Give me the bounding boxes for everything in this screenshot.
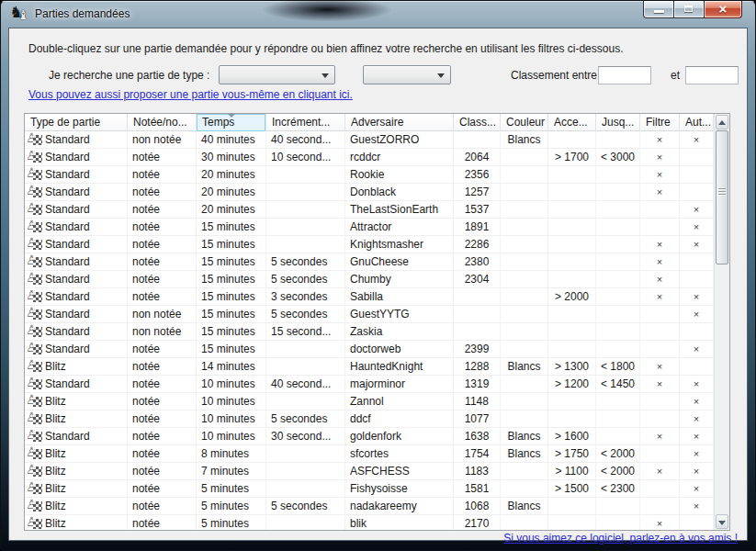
cell-rating: 1257 — [454, 184, 501, 201]
cell-increment — [266, 201, 345, 219]
cell-rated: notée — [128, 480, 197, 498]
chess-game-icon: ♙ — [28, 447, 43, 460]
x-mark-icon: × — [694, 413, 699, 424]
cell-rating-max — [596, 515, 640, 530]
table-row[interactable]: ♙Blitznotée5 minutes5 secondesnadakareem… — [25, 498, 714, 515]
rating-max-input[interactable] — [685, 66, 739, 84]
maximize-button[interactable] — [674, 1, 705, 18]
title-bar[interactable]: ♞♝ Parties demandées × — [1, 1, 755, 28]
cell-time: 5 minutes — [197, 480, 266, 498]
cell-type: ♙Blitz — [25, 358, 128, 376]
column-header-auto[interactable]: Aut... — [680, 114, 714, 131]
table-row[interactable]: ♙Standardnon notée40 minutes40 second...… — [25, 131, 714, 149]
cell-rating-max — [596, 271, 640, 288]
table-row[interactable]: ♙Standardnotée15 minutes5 secondesGnuChe… — [25, 253, 714, 271]
table-row[interactable]: ♙Blitznotée8 minutessfcortes1754Blancs> … — [25, 445, 714, 463]
chess-game-icon: ♙ — [28, 168, 43, 181]
cell-auto: × — [680, 376, 714, 393]
rating-between-label: Classement entre — [511, 69, 597, 82]
cell-opponent: GuestYYTG — [345, 306, 454, 323]
table-row[interactable]: ♙Standardnotée15 minutesdoctorweb2399× — [25, 341, 714, 358]
column-header-filter[interactable]: Filtre — [640, 114, 680, 131]
grip-lines-icon — [718, 188, 726, 196]
column-header-rated[interactable]: Notée/no... — [128, 114, 197, 131]
share-link[interactable]: Si vous aimez ce logiciel, parlez-en à v… — [503, 532, 738, 545]
parties-demandees-window: ♞♝ Parties demandées × Double-cliquez su… — [0, 0, 756, 551]
cell-auto: × — [680, 428, 714, 445]
vertical-scrollbar[interactable] — [714, 114, 729, 530]
table-row[interactable]: ♙Standardnotée20 minutesRookie2356× — [25, 166, 714, 184]
triangle-down-icon — [718, 521, 726, 525]
cell-rated: non notée — [128, 323, 197, 341]
table-row[interactable]: ♙Standardnotée20 minutesTheLastSionEarth… — [25, 201, 714, 219]
column-header-rating-max[interactable]: Jusq... — [596, 114, 640, 131]
x-mark-icon: × — [694, 291, 699, 302]
cell-opponent: rcddcr — [345, 149, 454, 166]
chevron-down-icon — [437, 73, 445, 82]
x-mark-icon: × — [694, 378, 699, 389]
cell-auto — [680, 515, 714, 530]
column-header-color[interactable]: Couleur — [501, 114, 548, 131]
table-row[interactable]: ♙Standardnotée15 minutesAttractor1891× — [25, 219, 714, 236]
cell-rating-max — [596, 201, 640, 219]
table-row[interactable]: ♙Blitznotée10 minutes5 secondesddcf1077× — [25, 410, 714, 428]
column-header-increment[interactable]: Incrément... — [266, 114, 345, 131]
rating-min-input[interactable] — [598, 66, 651, 84]
column-header-opponent[interactable]: Adversaire — [345, 114, 454, 131]
table-row[interactable]: ♙Blitznotée5 minutesFishysoisse1581> 150… — [25, 480, 714, 498]
table-body: ♙Standardnon notée40 minutes40 second...… — [25, 131, 714, 530]
column-header-rating-min[interactable]: Acce... — [548, 114, 596, 131]
table-row[interactable]: ♙Standardnotée30 minutes10 second...rcdd… — [25, 149, 714, 166]
x-mark-icon: × — [694, 343, 699, 354]
table-row[interactable]: ♙Blitznotée7 minutesASFCHESS1183> 1100< … — [25, 463, 714, 480]
table-row[interactable]: ♙Blitznotée10 minutesZannol1148× — [25, 393, 714, 410]
game-type-select[interactable] — [219, 65, 335, 84]
column-header-rating[interactable]: Class... — [454, 114, 501, 131]
cell-filter: × — [640, 253, 680, 271]
minimize-button[interactable] — [643, 1, 674, 18]
cell-time: 15 minutes — [197, 219, 266, 236]
cell-increment: 5 secondes — [266, 271, 345, 288]
chess-game-icon: ♙ — [28, 517, 43, 530]
table-row[interactable]: ♙Standardnotée10 minutes30 second...gold… — [25, 428, 714, 445]
scroll-down-button[interactable] — [716, 514, 728, 529]
chess-game-icon: ♙ — [28, 395, 43, 408]
cell-rating-max — [596, 131, 640, 149]
cell-rating-max: < 2000 — [596, 463, 640, 480]
table-row[interactable]: ♙Standardnon notée15 minutes15 second...… — [25, 323, 714, 341]
table-row[interactable]: ♙Blitznotée5 minutesblik2170× — [25, 515, 714, 530]
cell-rating — [454, 288, 501, 306]
cell-time: 20 minutes — [197, 184, 266, 201]
scroll-up-button[interactable] — [716, 115, 728, 129]
table-row[interactable]: ♙Standardnon notée15 minutes5 secondesGu… — [25, 306, 714, 323]
column-header-time[interactable]: Temps — [197, 114, 266, 131]
cell-time: 5 minutes — [197, 498, 266, 515]
cell-filter — [640, 219, 680, 236]
close-button[interactable]: × — [705, 1, 742, 18]
cell-increment — [266, 166, 345, 184]
table-row[interactable]: ♙Blitznotée14 minutesHauntedKnight1288Bl… — [25, 358, 714, 376]
cell-auto — [680, 323, 714, 341]
scrollbar-thumb[interactable] — [716, 130, 728, 264]
cell-rating — [454, 323, 501, 341]
cell-color — [501, 149, 548, 166]
cell-auto: × — [680, 341, 714, 358]
table-row[interactable]: ♙Standardnotée15 minutes3 secondesSabill… — [25, 288, 714, 306]
table-row[interactable]: ♙Standardnotée10 minutes40 second...majo… — [25, 376, 714, 393]
cell-type: ♙Standard — [25, 341, 128, 358]
table-row[interactable]: ♙Standardnotée15 minutes5 secondesChumby… — [25, 271, 714, 288]
x-mark-icon: × — [657, 274, 662, 285]
chess-game-icon: ♙ — [28, 430, 43, 443]
cell-time: 15 minutes — [197, 236, 266, 253]
cell-rated: notée — [128, 219, 197, 236]
propose-game-link[interactable]: Vous pouvez aussi proposer une partie vo… — [28, 88, 353, 101]
rated-select[interactable] — [363, 65, 451, 84]
cell-type: ♙Standard — [25, 131, 128, 149]
cell-time: 20 minutes — [197, 166, 266, 184]
cell-opponent: blik — [345, 515, 454, 530]
cell-filter: × — [640, 515, 680, 530]
table-row[interactable]: ♙Standardnotée15 minutesKnightsmasher228… — [25, 236, 714, 253]
table-row[interactable]: ♙Standardnotée20 minutesDonblack1257× — [25, 184, 714, 201]
cell-rating: 1537 — [454, 201, 501, 219]
column-header-type[interactable]: Type de partie — [25, 114, 128, 131]
